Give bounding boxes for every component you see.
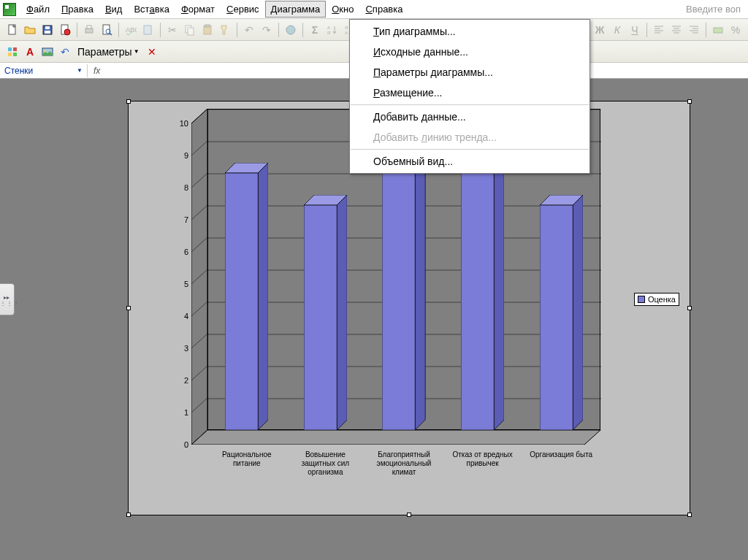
menu-item[interactable]: Исходные данные... bbox=[350, 42, 589, 62]
permission-icon[interactable] bbox=[57, 22, 73, 38]
align-right-icon[interactable] bbox=[686, 22, 702, 38]
diagram-menu-dropdown: Тип диаграммы...Исходные данные...Параме… bbox=[349, 19, 590, 174]
svg-text:Я: Я bbox=[345, 26, 348, 30]
menu-диаграмма[interactable]: Диаграмма bbox=[265, 1, 327, 18]
save-icon[interactable] bbox=[39, 22, 56, 38]
svg-rect-14 bbox=[188, 28, 194, 35]
svg-marker-62 bbox=[337, 195, 347, 430]
y-tick-label: 9 bbox=[184, 151, 188, 160]
menu-item[interactable]: Тип диаграммы... bbox=[350, 21, 589, 42]
x-axis-labels: Рациональное питаниеВовышение защитных с… bbox=[207, 450, 600, 477]
y-tick-label: 4 bbox=[184, 312, 188, 321]
parameters-dropdown[interactable]: Параметры ▼ bbox=[75, 46, 142, 58]
y-tick-label: 3 bbox=[184, 344, 188, 353]
resize-handle[interactable] bbox=[407, 513, 411, 517]
legend-label: Оценка bbox=[648, 295, 676, 304]
picture-icon[interactable] bbox=[39, 44, 56, 60]
menu-справка[interactable]: Справка bbox=[359, 1, 408, 18]
new-doc-icon[interactable] bbox=[4, 22, 20, 38]
menu-item[interactable]: Параметры диаграммы... bbox=[350, 62, 589, 83]
svg-rect-29 bbox=[13, 47, 17, 51]
menu-файл[interactable]: Файл bbox=[20, 1, 56, 18]
format-painter-icon[interactable] bbox=[217, 22, 233, 38]
svg-rect-2 bbox=[45, 31, 50, 34]
print-icon[interactable] bbox=[81, 22, 97, 38]
resize-handle[interactable] bbox=[687, 99, 692, 104]
x-tick-label: Отказ от вредных привычек bbox=[443, 450, 522, 477]
task-pane-tab[interactable]: ▸▸ ⋮⋮⋮⋮ bbox=[0, 283, 15, 315]
open-icon[interactable] bbox=[22, 22, 38, 38]
bar[interactable] bbox=[540, 195, 583, 430]
hyperlink-icon[interactable] bbox=[283, 22, 299, 38]
menu-item[interactable]: Размещение... bbox=[350, 83, 589, 103]
menu-вставка[interactable]: Вставка bbox=[128, 1, 175, 18]
resize-handle[interactable] bbox=[126, 513, 131, 517]
redo-icon[interactable]: ↷ bbox=[259, 22, 275, 38]
svg-marker-59 bbox=[258, 163, 268, 430]
underline-icon[interactable]: Ч bbox=[627, 22, 643, 38]
resize-handle[interactable] bbox=[126, 99, 131, 104]
y-tick-label: 6 bbox=[184, 248, 188, 256]
autosum-icon[interactable]: Σ bbox=[307, 22, 323, 38]
align-left-icon[interactable] bbox=[651, 22, 667, 38]
y-tick-label: 8 bbox=[184, 183, 188, 192]
help-search-placeholder[interactable]: Введите воп bbox=[686, 4, 745, 15]
y-tick-label: 2 bbox=[184, 376, 188, 385]
y-tick-label: 10 bbox=[180, 119, 188, 128]
align-center-icon[interactable] bbox=[668, 22, 684, 38]
undo-format-icon[interactable]: ↶ bbox=[57, 44, 73, 60]
svg-text:Я: Я bbox=[327, 31, 330, 35]
font-color-icon[interactable]: А bbox=[22, 44, 38, 60]
menu-окно[interactable]: Окно bbox=[326, 1, 359, 18]
y-tick-label: 7 bbox=[184, 215, 188, 224]
percent-icon[interactable]: % bbox=[728, 22, 744, 38]
svg-marker-57 bbox=[191, 430, 600, 445]
bold-icon[interactable]: Ж bbox=[592, 22, 608, 38]
menu-bar: ФайлПравкаВидВставкаФорматСервисДиаграмм… bbox=[0, 0, 748, 19]
svg-text:А: А bbox=[327, 26, 330, 30]
bar[interactable] bbox=[304, 195, 347, 430]
menu-формат[interactable]: Формат bbox=[175, 1, 221, 18]
resize-handle[interactable] bbox=[126, 306, 131, 310]
research-icon[interactable] bbox=[140, 22, 156, 38]
undo-icon[interactable]: ↶ bbox=[241, 22, 257, 38]
x-tick-label: Благоприятный эмоциональный климат bbox=[365, 450, 443, 477]
menu-item[interactable]: Добавить данные... bbox=[350, 107, 589, 127]
italic-icon[interactable]: К bbox=[609, 22, 625, 38]
menu-правка[interactable]: Правка bbox=[56, 1, 99, 18]
currency-icon[interactable] bbox=[710, 22, 726, 38]
y-axis-labels: 012345678910 bbox=[171, 109, 188, 430]
menu-item: Добавить линию тренда... bbox=[350, 127, 589, 147]
chart-legend[interactable]: Оценка bbox=[634, 293, 679, 306]
name-box-value: Стенки bbox=[4, 66, 33, 76]
svg-rect-12 bbox=[144, 26, 151, 34]
name-box[interactable]: Стенки ▼ bbox=[0, 64, 88, 77]
menu-сервис[interactable]: Сервис bbox=[221, 1, 265, 18]
x-tick-label: Вовышение защитных сил организма bbox=[286, 450, 365, 477]
svg-rect-6 bbox=[85, 28, 93, 33]
copy-icon[interactable] bbox=[182, 22, 198, 38]
x-tick-label: Организация быта bbox=[522, 450, 600, 477]
resize-handle[interactable] bbox=[687, 306, 692, 310]
svg-rect-30 bbox=[8, 53, 12, 56]
chart-floor bbox=[191, 430, 600, 445]
svg-marker-71 bbox=[573, 195, 583, 430]
drawing-toolbar-icon[interactable] bbox=[4, 44, 20, 60]
cut-icon[interactable]: ✂ bbox=[164, 22, 180, 38]
menu-вид[interactable]: Вид bbox=[99, 1, 129, 18]
y-tick-label: 0 bbox=[184, 440, 188, 449]
svg-rect-3 bbox=[45, 26, 50, 29]
parameters-label: Параметры bbox=[77, 46, 132, 58]
paste-icon[interactable] bbox=[199, 22, 215, 38]
sort-asc-icon[interactable]: АЯ bbox=[324, 22, 340, 38]
spelling-icon[interactable]: ABC bbox=[123, 22, 139, 38]
refresh-icon[interactable]: ✕ bbox=[144, 44, 160, 60]
fx-label[interactable]: fx bbox=[88, 66, 106, 76]
svg-rect-72 bbox=[540, 205, 573, 430]
menu-item[interactable]: Объемный вид... bbox=[350, 151, 589, 172]
print-preview-icon[interactable] bbox=[99, 22, 115, 38]
resize-handle[interactable] bbox=[687, 513, 692, 517]
svg-line-10 bbox=[110, 33, 112, 35]
bar[interactable] bbox=[225, 163, 268, 430]
excel-icon bbox=[3, 3, 16, 16]
